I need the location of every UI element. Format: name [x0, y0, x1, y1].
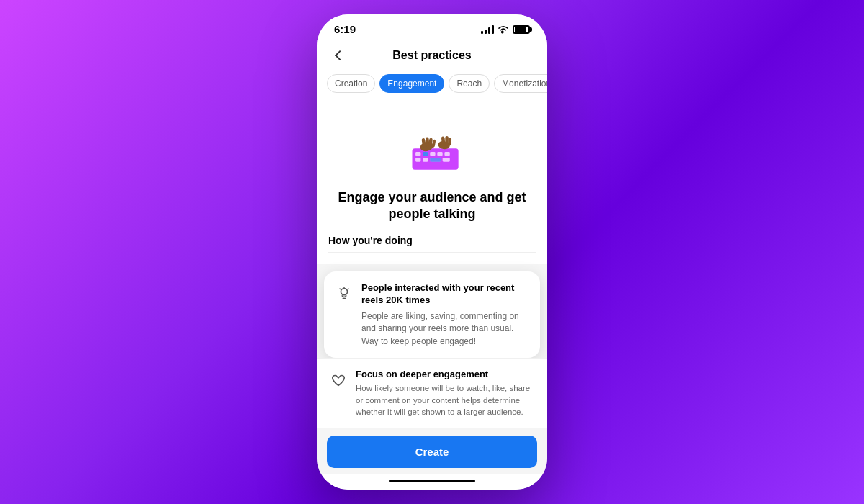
- engagement-description: How likely someone will be to watch, lik…: [356, 382, 536, 418]
- engagement-title: Focus on deeper engagement: [356, 369, 536, 379]
- svg-rect-9: [443, 158, 450, 162]
- home-bar: [389, 480, 475, 482]
- heart-icon: [328, 370, 348, 390]
- svg-rect-4: [437, 152, 442, 156]
- main-card: Engage your audience and get people talk…: [317, 100, 547, 264]
- svg-rect-10: [423, 152, 428, 156]
- status-bar: 6:19: [317, 14, 547, 40]
- section-label: How you're doing: [328, 235, 536, 252]
- svg-rect-5: [444, 152, 449, 156]
- svg-rect-6: [415, 158, 420, 162]
- nav-bar: Best practices: [317, 40, 547, 70]
- tab-monetization[interactable]: Monetization: [494, 74, 547, 93]
- hero-illustration: [392, 114, 472, 179]
- svg-rect-3: [430, 152, 435, 156]
- svg-rect-1: [415, 152, 420, 156]
- home-indicator: [317, 474, 547, 490]
- phone-content: Engage your audience and get people talk…: [317, 100, 547, 474]
- svg-rect-20: [448, 138, 451, 146]
- phone-frame: 6:19 Best practices Creation Engagement …: [317, 14, 547, 490]
- nav-title: Best practices: [348, 49, 516, 62]
- back-button[interactable]: [328, 45, 348, 66]
- status-time: 6:19: [334, 23, 356, 35]
- svg-rect-16: [432, 139, 436, 147]
- section-divider: [328, 252, 536, 253]
- engagement-card: Focus on deeper engagement How likely so…: [317, 358, 547, 428]
- status-icons: [481, 25, 530, 34]
- lightbulb-icon: [334, 283, 354, 303]
- tabs-row: Creation Engagement Reach Monetization: [317, 70, 547, 100]
- create-button[interactable]: Create: [327, 436, 537, 468]
- insight-title: People interacted with your recent reels…: [361, 282, 530, 307]
- wifi-icon: [498, 25, 509, 34]
- svg-rect-7: [423, 158, 428, 162]
- signal-icon: [481, 25, 494, 34]
- svg-rect-19: [445, 136, 449, 146]
- back-chevron-icon: [335, 50, 345, 60]
- hero-title: Engage your audience and get people talk…: [328, 189, 536, 223]
- tab-engagement[interactable]: Engagement: [379, 74, 444, 93]
- battery-icon: [513, 25, 530, 34]
- svg-rect-11: [430, 158, 441, 162]
- insight-card: People interacted with your recent reels…: [324, 271, 540, 358]
- tab-reach[interactable]: Reach: [449, 74, 490, 93]
- tab-creation[interactable]: Creation: [327, 74, 375, 93]
- insight-description: People are liking, saving, commenting on…: [361, 310, 530, 348]
- svg-point-21: [341, 288, 347, 294]
- engagement-content: Focus on deeper engagement How likely so…: [356, 369, 536, 418]
- insight-content: People interacted with your recent reels…: [361, 282, 530, 348]
